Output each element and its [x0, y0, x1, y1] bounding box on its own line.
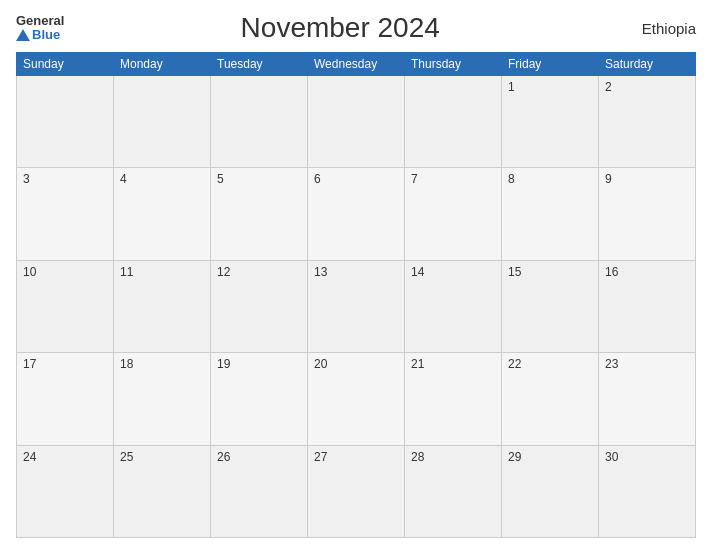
header-monday: Monday [114, 53, 211, 76]
day-cell-nov22: 22 [502, 353, 599, 445]
logo: General Blue [16, 14, 64, 43]
day-cell-nov11: 11 [114, 260, 211, 352]
week-row-3: 10 11 12 13 14 15 16 [17, 260, 696, 352]
day-cell-nov25: 25 [114, 445, 211, 537]
day-cell-nov3: 3 [17, 168, 114, 260]
day-cell-nov20: 20 [308, 353, 405, 445]
calendar-page: General Blue November 2024 Ethiopia Sund… [0, 0, 712, 550]
day-cell-nov28: 28 [405, 445, 502, 537]
month-title: November 2024 [64, 12, 616, 44]
day-cell-nov17: 17 [17, 353, 114, 445]
header: General Blue November 2024 Ethiopia [16, 12, 696, 44]
header-friday: Friday [502, 53, 599, 76]
header-tuesday: Tuesday [211, 53, 308, 76]
day-cell-nov27: 27 [308, 445, 405, 537]
day-cell-nov23: 23 [599, 353, 696, 445]
week-row-2: 3 4 5 6 7 8 9 [17, 168, 696, 260]
day-cell-nov14: 14 [405, 260, 502, 352]
day-cell-nov18: 18 [114, 353, 211, 445]
day-cell-nov9: 9 [599, 168, 696, 260]
country-label: Ethiopia [616, 20, 696, 37]
day-cell-nov21: 21 [405, 353, 502, 445]
week-row-4: 17 18 19 20 21 22 23 [17, 353, 696, 445]
day-cell-nov30: 30 [599, 445, 696, 537]
day-cell [114, 76, 211, 168]
header-thursday: Thursday [405, 53, 502, 76]
logo-blue-text: Blue [16, 28, 64, 42]
day-cell-nov10: 10 [17, 260, 114, 352]
day-cell [405, 76, 502, 168]
day-cell-nov8: 8 [502, 168, 599, 260]
day-cell-nov7: 7 [405, 168, 502, 260]
day-cell-nov19: 19 [211, 353, 308, 445]
day-cell-nov4: 4 [114, 168, 211, 260]
day-cell-nov13: 13 [308, 260, 405, 352]
day-cell-nov29: 29 [502, 445, 599, 537]
day-cell-nov16: 16 [599, 260, 696, 352]
day-cell-nov26: 26 [211, 445, 308, 537]
logo-triangle-icon [16, 29, 30, 41]
day-cell-nov15: 15 [502, 260, 599, 352]
day-cell-nov1: 1 [502, 76, 599, 168]
day-cell [211, 76, 308, 168]
logo-general-text: General [16, 14, 64, 28]
week-row-1: 1 2 [17, 76, 696, 168]
day-cell-nov12: 12 [211, 260, 308, 352]
header-wednesday: Wednesday [308, 53, 405, 76]
day-cell [17, 76, 114, 168]
day-cell-nov5: 5 [211, 168, 308, 260]
header-saturday: Saturday [599, 53, 696, 76]
day-cell-nov2: 2 [599, 76, 696, 168]
calendar-table: Sunday Monday Tuesday Wednesday Thursday… [16, 52, 696, 538]
week-row-5: 24 25 26 27 28 29 30 [17, 445, 696, 537]
day-headers-row: Sunday Monday Tuesday Wednesday Thursday… [17, 53, 696, 76]
day-cell-nov24: 24 [17, 445, 114, 537]
day-cell [308, 76, 405, 168]
day-cell-nov6: 6 [308, 168, 405, 260]
header-sunday: Sunday [17, 53, 114, 76]
